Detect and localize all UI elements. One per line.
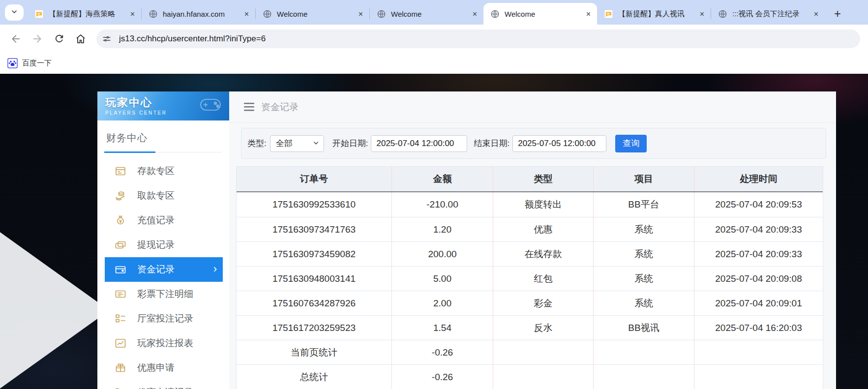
table-cell	[594, 364, 694, 389]
globe-icon	[718, 9, 727, 19]
table-cell: 2025-07-04 20:09:33	[694, 217, 823, 241]
table-cell: 2025-07-04 20:09:33	[694, 241, 823, 266]
address-bar[interactable]: js13.cc/hhcp/usercenter.html?iniType=6	[96, 30, 860, 48]
table-cell: 彩金	[493, 291, 594, 315]
browser-tab[interactable]: 【新提醒】海燕策略×	[28, 3, 141, 25]
players-center-sidebar: 玩家中心 PLAYERS CENTER 财务中心 存款专区›取款专区›充值记录›…	[97, 91, 229, 389]
tab-title: haiyan.hfanax.com	[163, 10, 239, 18]
background-triangle	[0, 232, 109, 389]
menu-toggle-icon[interactable]	[244, 103, 254, 111]
table-cell: -210.00	[392, 192, 493, 217]
table-row: 1751630992533610-210.00额度转出BB平台2025-07-0…	[237, 192, 823, 217]
sidebar-item-label: 提现记录	[137, 239, 175, 251]
browser-tab[interactable]: :::视讯 会员下注纪录×	[711, 3, 825, 25]
table-cell: 当前页统计	[237, 340, 392, 364]
browser-tab[interactable]: 【新提醒】真人视讯×	[597, 3, 711, 25]
chevron-down-icon	[10, 8, 18, 18]
tab-title: Welcome	[391, 10, 467, 18]
bookmarks-bar: 百度一下	[0, 53, 868, 74]
sidebar-item-cash[interactable]: 提现记录›	[105, 233, 223, 257]
start-date-input[interactable]	[371, 135, 467, 152]
table-cell: 2025-07-04 16:20:03	[694, 315, 823, 340]
sidebar-menu: 存款专区›取款专区›充值记录›提现记录›资金记录›彩票下注明细›厅室投注记录›玩…	[97, 159, 229, 389]
table-cell: 反水	[493, 315, 594, 340]
table-cell: -0.26	[392, 364, 493, 389]
table-cell: 1751630948003141	[237, 266, 392, 291]
moneybag-icon	[115, 214, 126, 226]
sidebar-item-moneybag[interactable]: 充值记录›	[105, 208, 223, 233]
reload-icon	[54, 33, 65, 44]
table-row: 17516309480031415.00红包系统2025-07-04 20:09…	[237, 266, 823, 291]
tab-close-icon[interactable]: ×	[584, 9, 593, 19]
sidebar-item-deposit[interactable]: 存款专区›	[105, 159, 223, 183]
table-cell: 1751630992533610	[237, 192, 392, 217]
tab-title: Welcome	[277, 10, 353, 18]
table-cell: 系统	[594, 241, 694, 266]
table-cell: 1751617203259523	[237, 315, 392, 340]
forward-icon	[31, 33, 43, 45]
sidebar-banner: 玩家中心 PLAYERS CENTER	[97, 91, 229, 120]
table-cell: BB视讯	[594, 315, 694, 340]
search-button[interactable]: 查询	[615, 135, 647, 152]
tab-close-icon[interactable]: ×	[811, 9, 821, 19]
gift-icon	[115, 362, 126, 374]
sidebar-item-label: 存款专区	[137, 165, 175, 178]
sidebar-item-gift[interactable]: 优惠申请›	[105, 356, 223, 380]
table-cell: 2025-07-04 20:09:01	[694, 291, 823, 315]
end-date-label: 结束日期:	[474, 138, 509, 149]
tab-close-icon[interactable]: ×	[356, 9, 365, 19]
tab-close-icon[interactable]: ×	[128, 9, 137, 19]
start-date-label: 开始日期:	[332, 138, 368, 149]
table-header-cell: 订单号	[237, 167, 392, 191]
filter-bar: 类型: 全部 开始日期: 结束日期: 查询	[241, 128, 826, 159]
type-select-value: 全部	[276, 138, 293, 149]
sidebar-item-listicon[interactable]: 优惠申请记录›	[105, 380, 223, 389]
home-button[interactable]	[72, 30, 90, 48]
back-button[interactable]	[7, 30, 25, 48]
tab-title: 【新提醒】真人视讯	[618, 9, 694, 19]
tab-title: 【新提醒】海燕策略	[49, 9, 125, 19]
section-underline	[106, 151, 222, 153]
type-select[interactable]: 全部	[270, 135, 324, 152]
end-date-input[interactable]	[512, 135, 606, 152]
site-settings-button[interactable]	[99, 31, 114, 46]
table-cell: BB平台	[594, 192, 694, 217]
tab-close-icon[interactable]: ×	[697, 9, 707, 19]
table-cell: -0.26	[392, 340, 493, 364]
table-cell: 1751607634287926	[237, 291, 392, 315]
sidebar-item-report[interactable]: 玩家投注报表›	[105, 331, 223, 356]
reload-button[interactable]	[50, 30, 68, 48]
sidebar-item-hall[interactable]: 厅室投注记录›	[105, 306, 223, 331]
tab-close-icon[interactable]: ×	[470, 9, 479, 19]
section-title: 财务中心	[106, 131, 222, 145]
forward-button[interactable]	[29, 30, 46, 48]
tab-search-button[interactable]	[5, 4, 24, 21]
sidebar-item-label: 取款专区	[137, 189, 175, 202]
sidebar-item-label: 优惠申请记录	[137, 386, 193, 389]
table-row: 17516309734717631.20优惠系统2025-07-04 20:09…	[237, 217, 823, 241]
tab-close-icon[interactable]: ×	[242, 9, 251, 19]
sidebar-item-label: 优惠申请	[137, 361, 175, 374]
table-cell: 1.54	[392, 315, 493, 340]
browser-tab[interactable]: Welcome×	[370, 3, 483, 25]
sidebar-section: 财务中心	[97, 120, 229, 153]
globe-icon	[490, 9, 500, 19]
table-cell	[694, 364, 823, 389]
sidebar-item-withdraw[interactable]: 取款专区›	[105, 183, 223, 208]
browser-tab-strip: 【新提醒】海燕策略×haiyan.hfanax.com×Welcome×Welc…	[0, 0, 868, 25]
sidebar-item-ticket[interactable]: 彩票下注明细›	[105, 282, 223, 306]
new-tab-button[interactable]: +	[830, 6, 845, 22]
sidebar-item-wallet[interactable]: 资金记录›	[105, 257, 223, 282]
table-cell: 优惠	[493, 217, 594, 241]
url-text[interactable]: js13.cc/hhcp/usercenter.html?iniType=6	[119, 34, 266, 44]
browser-tab[interactable]: Welcome×	[256, 3, 369, 25]
forum-icon	[34, 9, 44, 19]
table-cell: 2025-07-04 20:09:53	[694, 192, 823, 217]
browser-tab[interactable]: haiyan.hfanax.com×	[142, 3, 255, 25]
table-row: 17516172032595231.54反水BB视讯2025-07-04 16:…	[237, 315, 823, 340]
bookmark-baidu[interactable]: 百度一下	[22, 59, 52, 68]
gamepad-icon	[198, 95, 223, 117]
table-header-cell: 类型	[493, 167, 594, 191]
browser-tab-active[interactable]: Welcome×	[483, 3, 597, 25]
tab-list: 【新提醒】海燕策略×haiyan.hfanax.com×Welcome×Welc…	[28, 3, 845, 25]
